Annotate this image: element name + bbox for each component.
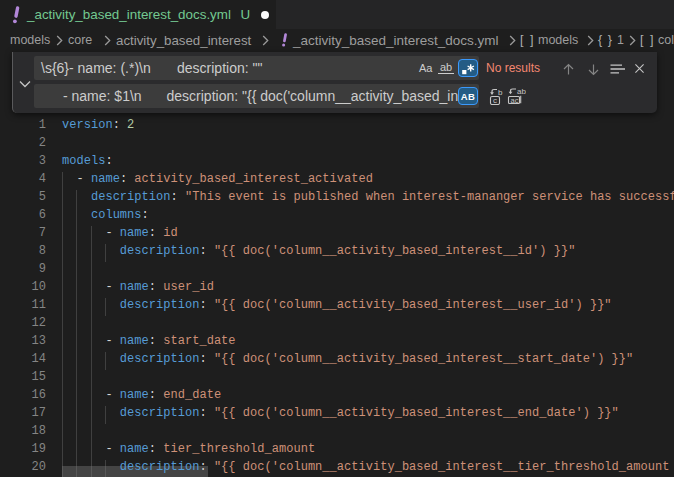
svg-text:c: c (493, 96, 497, 105)
svg-text:b: b (498, 88, 503, 97)
svg-text:ac: ac (511, 96, 519, 105)
